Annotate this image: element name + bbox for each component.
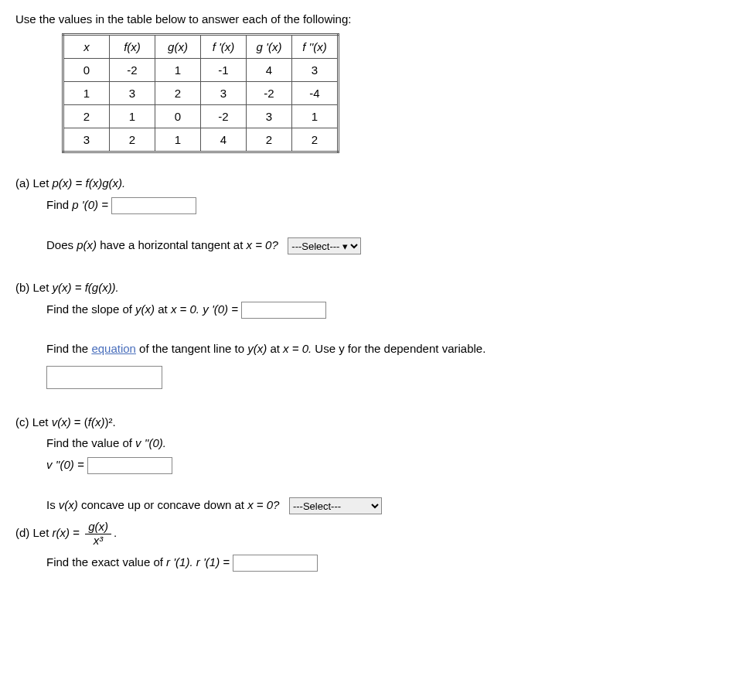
cell: -2: [110, 59, 155, 82]
part-d-label: (d) Let: [15, 526, 53, 539]
part-a: (a) Let p(x) = f(x)g(x). Find p '(0) = D…: [15, 176, 731, 254]
pb-slope-mid: at: [155, 302, 171, 316]
pb-tan-prefix: Find the: [46, 342, 91, 355]
cell: 2: [110, 128, 155, 152]
part-d: (d) Let r(x) = g(x)x³. Find the exact va…: [15, 521, 731, 572]
pd-find-label: Find the exact value of: [46, 555, 166, 569]
table-row: 1 3 2 3 -2 -4: [63, 82, 339, 105]
cell: 2: [155, 82, 201, 105]
table-header-row: x f(x) g(x) f '(x) g '(x) f ''(x): [63, 35, 339, 59]
pb-slope-expr: y '(0) =: [203, 302, 238, 316]
cell: 2: [247, 128, 292, 152]
pc-v-expr: v ''(0) =: [46, 458, 84, 471]
cell: 0: [155, 105, 201, 128]
pa-select[interactable]: ---Select--- ▾: [288, 237, 361, 254]
pa-find-expr: p '(0) =: [72, 198, 108, 211]
pb-tan-suffix: Use y for the dependent variable.: [315, 342, 485, 355]
col-gpx: g '(x): [247, 35, 292, 59]
pd-answer-input[interactable]: [233, 555, 318, 572]
pd-def-lhs: r(x): [53, 526, 70, 539]
table-row: 0 -2 1 -1 4 3: [63, 59, 339, 82]
part-a-label: (a) Let: [15, 176, 53, 190]
cell: 2: [292, 128, 339, 152]
pb-tangent-input[interactable]: [46, 366, 162, 389]
col-x: x: [63, 35, 110, 59]
col-gx: g(x): [155, 35, 201, 59]
cell: -2: [201, 105, 247, 128]
pa-def-rhs: = f(x)g(x).: [72, 176, 125, 190]
pb-tan-link[interactable]: equation: [91, 342, 136, 355]
pb-tan-at: at: [267, 342, 283, 355]
cell: 1: [155, 128, 201, 152]
pb-def-rhs: = f(g(x)).: [72, 281, 119, 294]
pb-slope-fn: y(x): [135, 302, 155, 316]
cell: 3: [201, 82, 247, 105]
pd-period: .: [114, 526, 117, 539]
cell: -2: [247, 82, 292, 105]
pb-slope-prefix: Find the slope of: [46, 302, 135, 316]
cell: 1: [292, 105, 339, 128]
cell: -1: [201, 59, 247, 82]
pc-q-mid: concave up or concave down at: [78, 498, 247, 511]
cell: 0: [63, 59, 110, 82]
cell: 4: [201, 128, 247, 152]
part-c-label: (c) Let: [15, 415, 52, 429]
cell: 1: [63, 82, 110, 105]
pa-q-fn: p(x): [77, 238, 97, 251]
cell: 3: [247, 105, 292, 128]
col-fx: f(x): [110, 35, 155, 59]
pd-frac-den: x³: [85, 534, 111, 548]
pc-def-pre: = (: [71, 415, 88, 429]
cell: -4: [292, 82, 339, 105]
pa-def-lhs: p(x): [53, 176, 73, 190]
pb-slope-xeq: x = 0.: [171, 302, 203, 316]
pc-def-fn: f(x): [88, 415, 105, 429]
pa-find-label: Find: [46, 198, 72, 211]
cell: 1: [155, 59, 201, 82]
part-c: (c) Let v(x) = (f(x))². Find the value o…: [15, 415, 731, 514]
col-fppx: f ''(x): [292, 35, 339, 59]
pd-find-expr2: r '(1) =: [196, 555, 230, 569]
cell: 4: [247, 59, 292, 82]
pc-answer-input[interactable]: [87, 457, 172, 474]
pc-def-lhs: v(x): [52, 415, 71, 429]
pd-frac-num: g(x): [85, 521, 111, 534]
table-row: 2 1 0 -2 3 1: [63, 105, 339, 128]
pb-tan-xeq: x = 0.: [283, 342, 315, 355]
table-row: 3 2 1 4 2 2: [63, 128, 339, 152]
pc-def-period: .: [112, 415, 115, 429]
cell: 1: [110, 105, 155, 128]
pb-tan-fn: y(x): [247, 342, 267, 355]
pb-tan-mid: of the tangent line to: [136, 342, 247, 355]
pd-find-expr1: r '(1).: [166, 555, 196, 569]
pa-q-mid: have a horizontal tangent at: [97, 238, 246, 251]
pd-eq: =: [70, 526, 83, 539]
intro-text: Use the values in the table below to ans…: [15, 12, 731, 26]
pd-fraction: g(x)x³: [85, 521, 111, 547]
pa-q-prefix: Does: [46, 238, 77, 251]
pc-q-xeq: x = 0?: [247, 498, 279, 511]
pc-def-post: )²: [104, 415, 112, 429]
values-table: x f(x) g(x) f '(x) g '(x) f ''(x) 0 -2 1…: [62, 33, 339, 153]
part-b: (b) Let y(x) = f(g(x)). Find the slope o…: [15, 281, 731, 389]
pa-q-xeq: x = 0?: [247, 238, 278, 251]
pa-answer-input[interactable]: [111, 197, 196, 214]
cell: 2: [63, 105, 110, 128]
pc-q-fn: v(x): [59, 498, 78, 511]
pc-q-prefix: Is: [46, 498, 59, 511]
part-b-label: (b) Let: [15, 281, 53, 294]
cell: 3: [292, 59, 339, 82]
cell: 3: [110, 82, 155, 105]
col-fpx: f '(x): [201, 35, 247, 59]
pc-find-label: Find the value of: [46, 436, 135, 449]
pb-def-lhs: y(x): [53, 281, 72, 294]
pb-slope-input[interactable]: [241, 302, 326, 319]
cell: 3: [63, 128, 110, 152]
pc-find-expr: v ''(0).: [135, 436, 166, 449]
pc-select[interactable]: ---Select---: [289, 497, 382, 514]
